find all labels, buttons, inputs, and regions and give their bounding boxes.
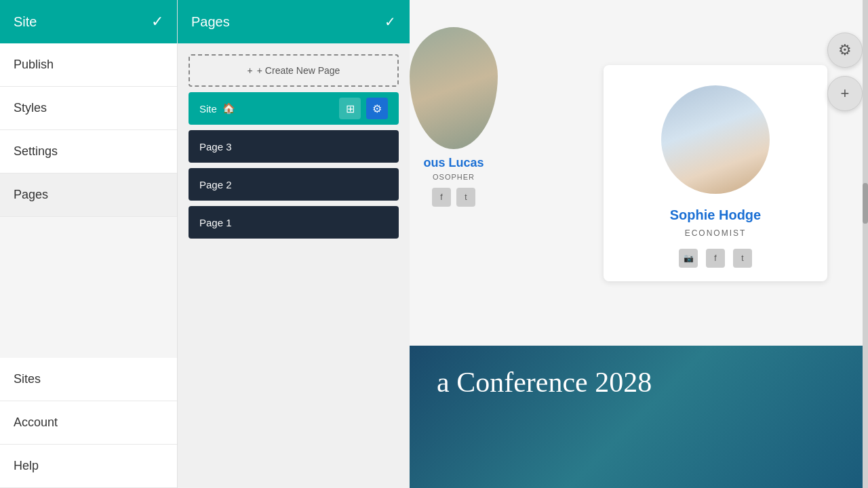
card-name: Sophie Hodge	[670, 207, 761, 223]
page-item-page2[interactable]: Page 2	[189, 168, 399, 201]
site-item-icons: ⊞ ⚙	[339, 98, 388, 119]
page3-label: Page 3	[199, 141, 232, 152]
plus-icon: +	[248, 65, 253, 76]
pages-panel-check-icon: ✓	[384, 14, 396, 30]
settings-fab-icon: ⚙	[838, 41, 852, 59]
site-item-left: Site 🏠	[199, 102, 235, 115]
scrollbar-track[interactable]	[863, 0, 868, 488]
conference-section: a Conference 2028	[410, 346, 868, 488]
page-item-page1[interactable]: Page 1	[189, 206, 399, 239]
sidebar-item-label: Settings	[14, 144, 58, 159]
home-icon: 🏠	[222, 102, 235, 115]
card-title: ECONOMIST	[685, 228, 747, 238]
partial-team-card: ous Lucas OSOPHER f t	[410, 27, 498, 207]
sidebar-item-account[interactable]: Account	[0, 401, 177, 445]
sidebar-item-styles[interactable]: Styles	[0, 87, 177, 130]
partial-socials: f t	[410, 188, 498, 207]
sidebar-item-publish[interactable]: Publish	[0, 43, 177, 87]
page-item-site[interactable]: Site 🏠 ⊞ ⚙	[189, 92, 399, 125]
scrollbar-thumb[interactable]	[863, 183, 868, 224]
page2-label: Page 2	[199, 179, 232, 190]
pages-panel-body: + + Create New Page Site 🏠 ⊞ ⚙ Page 3 Pa…	[178, 43, 410, 249]
avatar-sophie	[661, 85, 770, 194]
partial-card-title: OSOPHER	[410, 173, 498, 181]
sidebar-item-label: Account	[14, 415, 58, 430]
layers-icon-btn[interactable]: ⊞	[339, 98, 361, 119]
partial-card-name: ous Lucas	[410, 156, 498, 170]
pages-panel-title: Pages	[191, 14, 230, 30]
sidebar-item-label: Styles	[14, 101, 47, 115]
sidebar-header: Site ✓	[0, 0, 177, 43]
settings-fab-button[interactable]: ⚙	[827, 33, 863, 68]
main-content: ous Lucas OSOPHER f t Sophie Hodge ECONO…	[410, 0, 868, 488]
facebook-icon: f	[706, 249, 725, 268]
layers-icon: ⊞	[346, 102, 355, 115]
conference-title: a Conference 2028	[437, 366, 652, 399]
facebook-icon: f	[432, 188, 451, 207]
sidebar-item-label: Sites	[14, 372, 41, 386]
left-sidebar: Site ✓ Publish Styles Settings Pages Sit…	[0, 0, 178, 488]
twitter-icon: t	[456, 188, 475, 207]
sidebar-item-pages[interactable]: Pages	[0, 174, 177, 217]
settings-icon-btn[interactable]: ⚙	[366, 98, 388, 119]
create-new-page-button[interactable]: + + Create New Page	[189, 54, 399, 87]
page1-label: Page 1	[199, 217, 232, 228]
instagram-icon: 📷	[679, 249, 698, 268]
gear-icon: ⚙	[372, 102, 382, 115]
create-new-page-label: + Create New Page	[257, 65, 340, 76]
pages-panel: Pages ✓ + + Create New Page Site 🏠 ⊞ ⚙ P…	[178, 0, 410, 488]
avatar-image	[661, 85, 770, 194]
sidebar-check-icon: ✓	[151, 13, 163, 30]
site-item-label: Site	[199, 103, 217, 115]
twitter-icon: t	[733, 249, 752, 268]
page-item-page3[interactable]: Page 3	[189, 130, 399, 163]
add-fab-icon: +	[841, 85, 850, 102]
team-card-sophie: Sophie Hodge ECONOMIST 📷 f t	[604, 65, 827, 281]
pages-panel-header: Pages ✓	[178, 0, 410, 43]
sidebar-item-label: Help	[14, 459, 39, 473]
sidebar-item-label: Publish	[14, 58, 54, 72]
add-fab-button[interactable]: +	[827, 76, 863, 111]
cards-area: ous Lucas OSOPHER f t Sophie Hodge ECONO…	[410, 0, 868, 346]
social-icons: 📷 f t	[679, 249, 752, 268]
sidebar-item-help[interactable]: Help	[0, 445, 177, 488]
fab-area: ⚙ +	[822, 27, 868, 117]
partial-avatar	[410, 27, 498, 149]
sidebar-item-label: Pages	[14, 188, 48, 202]
sidebar-item-sites[interactable]: Sites	[0, 358, 177, 401]
sidebar-item-settings[interactable]: Settings	[0, 130, 177, 174]
sidebar-title: Site	[14, 14, 37, 30]
sidebar-spacer	[0, 217, 177, 358]
